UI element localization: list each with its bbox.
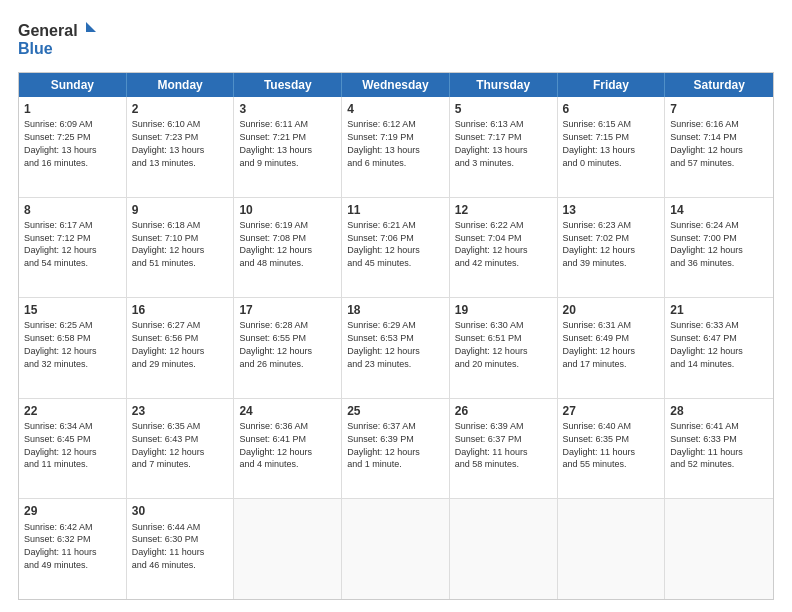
day-number: 28 — [670, 403, 768, 419]
calendar: SundayMondayTuesdayWednesdayThursdayFrid… — [18, 72, 774, 600]
day-info: Sunrise: 6:22 AM Sunset: 7:04 PM Dayligh… — [455, 220, 528, 268]
day-info: Sunrise: 6:31 AM Sunset: 6:49 PM Dayligh… — [563, 320, 636, 368]
calendar-cell: 22Sunrise: 6:34 AM Sunset: 6:45 PM Dayli… — [19, 399, 127, 499]
calendar-cell — [665, 499, 773, 599]
calendar-cell: 3Sunrise: 6:11 AM Sunset: 7:21 PM Daylig… — [234, 97, 342, 197]
day-number: 8 — [24, 202, 121, 218]
day-number: 11 — [347, 202, 444, 218]
calendar-cell: 1Sunrise: 6:09 AM Sunset: 7:25 PM Daylig… — [19, 97, 127, 197]
calendar-cell: 29Sunrise: 6:42 AM Sunset: 6:32 PM Dayli… — [19, 499, 127, 599]
day-number: 29 — [24, 503, 121, 519]
day-info: Sunrise: 6:23 AM Sunset: 7:02 PM Dayligh… — [563, 220, 636, 268]
day-info: Sunrise: 6:24 AM Sunset: 7:00 PM Dayligh… — [670, 220, 743, 268]
calendar-cell: 6Sunrise: 6:15 AM Sunset: 7:15 PM Daylig… — [558, 97, 666, 197]
calendar-row: 22Sunrise: 6:34 AM Sunset: 6:45 PM Dayli… — [19, 399, 773, 500]
day-info: Sunrise: 6:27 AM Sunset: 6:56 PM Dayligh… — [132, 320, 205, 368]
calendar-cell — [234, 499, 342, 599]
day-number: 3 — [239, 101, 336, 117]
day-info: Sunrise: 6:28 AM Sunset: 6:55 PM Dayligh… — [239, 320, 312, 368]
day-info: Sunrise: 6:10 AM Sunset: 7:23 PM Dayligh… — [132, 119, 205, 167]
day-info: Sunrise: 6:37 AM Sunset: 6:39 PM Dayligh… — [347, 421, 420, 469]
calendar-cell: 16Sunrise: 6:27 AM Sunset: 6:56 PM Dayli… — [127, 298, 235, 398]
day-number: 9 — [132, 202, 229, 218]
day-number: 26 — [455, 403, 552, 419]
day-number: 21 — [670, 302, 768, 318]
day-number: 17 — [239, 302, 336, 318]
calendar-cell: 11Sunrise: 6:21 AM Sunset: 7:06 PM Dayli… — [342, 198, 450, 298]
calendar-row: 15Sunrise: 6:25 AM Sunset: 6:58 PM Dayli… — [19, 298, 773, 399]
weekday-header: Monday — [127, 73, 235, 97]
calendar-body: 1Sunrise: 6:09 AM Sunset: 7:25 PM Daylig… — [19, 97, 773, 599]
calendar-row: 8Sunrise: 6:17 AM Sunset: 7:12 PM Daylig… — [19, 198, 773, 299]
day-info: Sunrise: 6:30 AM Sunset: 6:51 PM Dayligh… — [455, 320, 528, 368]
calendar-cell: 25Sunrise: 6:37 AM Sunset: 6:39 PM Dayli… — [342, 399, 450, 499]
day-info: Sunrise: 6:17 AM Sunset: 7:12 PM Dayligh… — [24, 220, 97, 268]
day-info: Sunrise: 6:15 AM Sunset: 7:15 PM Dayligh… — [563, 119, 636, 167]
day-number: 15 — [24, 302, 121, 318]
day-info: Sunrise: 6:25 AM Sunset: 6:58 PM Dayligh… — [24, 320, 97, 368]
day-info: Sunrise: 6:41 AM Sunset: 6:33 PM Dayligh… — [670, 421, 743, 469]
calendar-row: 1Sunrise: 6:09 AM Sunset: 7:25 PM Daylig… — [19, 97, 773, 198]
day-info: Sunrise: 6:40 AM Sunset: 6:35 PM Dayligh… — [563, 421, 636, 469]
calendar-row: 29Sunrise: 6:42 AM Sunset: 6:32 PM Dayli… — [19, 499, 773, 599]
day-number: 24 — [239, 403, 336, 419]
day-number: 4 — [347, 101, 444, 117]
page: GeneralBlue SundayMondayTuesdayWednesday… — [0, 0, 792, 612]
day-info: Sunrise: 6:19 AM Sunset: 7:08 PM Dayligh… — [239, 220, 312, 268]
calendar-cell — [450, 499, 558, 599]
weekday-header: Saturday — [665, 73, 773, 97]
calendar-cell: 21Sunrise: 6:33 AM Sunset: 6:47 PM Dayli… — [665, 298, 773, 398]
day-info: Sunrise: 6:36 AM Sunset: 6:41 PM Dayligh… — [239, 421, 312, 469]
calendar-cell: 13Sunrise: 6:23 AM Sunset: 7:02 PM Dayli… — [558, 198, 666, 298]
day-info: Sunrise: 6:34 AM Sunset: 6:45 PM Dayligh… — [24, 421, 97, 469]
calendar-cell: 19Sunrise: 6:30 AM Sunset: 6:51 PM Dayli… — [450, 298, 558, 398]
calendar-cell: 5Sunrise: 6:13 AM Sunset: 7:17 PM Daylig… — [450, 97, 558, 197]
logo: GeneralBlue — [18, 18, 98, 62]
header: GeneralBlue — [18, 18, 774, 62]
day-number: 7 — [670, 101, 768, 117]
calendar-cell: 24Sunrise: 6:36 AM Sunset: 6:41 PM Dayli… — [234, 399, 342, 499]
day-number: 6 — [563, 101, 660, 117]
day-info: Sunrise: 6:33 AM Sunset: 6:47 PM Dayligh… — [670, 320, 743, 368]
calendar-cell: 18Sunrise: 6:29 AM Sunset: 6:53 PM Dayli… — [342, 298, 450, 398]
day-number: 23 — [132, 403, 229, 419]
calendar-cell: 28Sunrise: 6:41 AM Sunset: 6:33 PM Dayli… — [665, 399, 773, 499]
day-number: 19 — [455, 302, 552, 318]
calendar-cell: 20Sunrise: 6:31 AM Sunset: 6:49 PM Dayli… — [558, 298, 666, 398]
calendar-header: SundayMondayTuesdayWednesdayThursdayFrid… — [19, 73, 773, 97]
day-info: Sunrise: 6:12 AM Sunset: 7:19 PM Dayligh… — [347, 119, 420, 167]
calendar-cell: 23Sunrise: 6:35 AM Sunset: 6:43 PM Dayli… — [127, 399, 235, 499]
calendar-cell: 4Sunrise: 6:12 AM Sunset: 7:19 PM Daylig… — [342, 97, 450, 197]
day-number: 10 — [239, 202, 336, 218]
weekday-header: Wednesday — [342, 73, 450, 97]
day-number: 30 — [132, 503, 229, 519]
svg-marker-1 — [86, 22, 96, 32]
day-number: 12 — [455, 202, 552, 218]
logo-svg: GeneralBlue — [18, 18, 98, 62]
calendar-cell: 7Sunrise: 6:16 AM Sunset: 7:14 PM Daylig… — [665, 97, 773, 197]
day-info: Sunrise: 6:39 AM Sunset: 6:37 PM Dayligh… — [455, 421, 528, 469]
calendar-cell: 30Sunrise: 6:44 AM Sunset: 6:30 PM Dayli… — [127, 499, 235, 599]
day-number: 18 — [347, 302, 444, 318]
day-number: 5 — [455, 101, 552, 117]
day-number: 22 — [24, 403, 121, 419]
day-info: Sunrise: 6:18 AM Sunset: 7:10 PM Dayligh… — [132, 220, 205, 268]
logo-container: GeneralBlue — [18, 18, 98, 62]
weekday-header: Sunday — [19, 73, 127, 97]
svg-text:Blue: Blue — [18, 40, 53, 57]
day-info: Sunrise: 6:29 AM Sunset: 6:53 PM Dayligh… — [347, 320, 420, 368]
day-number: 16 — [132, 302, 229, 318]
calendar-cell: 17Sunrise: 6:28 AM Sunset: 6:55 PM Dayli… — [234, 298, 342, 398]
calendar-cell: 27Sunrise: 6:40 AM Sunset: 6:35 PM Dayli… — [558, 399, 666, 499]
day-number: 27 — [563, 403, 660, 419]
calendar-cell — [558, 499, 666, 599]
calendar-cell: 15Sunrise: 6:25 AM Sunset: 6:58 PM Dayli… — [19, 298, 127, 398]
day-number: 14 — [670, 202, 768, 218]
day-info: Sunrise: 6:13 AM Sunset: 7:17 PM Dayligh… — [455, 119, 528, 167]
weekday-header: Friday — [558, 73, 666, 97]
day-info: Sunrise: 6:42 AM Sunset: 6:32 PM Dayligh… — [24, 522, 97, 570]
day-number: 13 — [563, 202, 660, 218]
day-info: Sunrise: 6:35 AM Sunset: 6:43 PM Dayligh… — [132, 421, 205, 469]
day-info: Sunrise: 6:16 AM Sunset: 7:14 PM Dayligh… — [670, 119, 743, 167]
day-number: 20 — [563, 302, 660, 318]
